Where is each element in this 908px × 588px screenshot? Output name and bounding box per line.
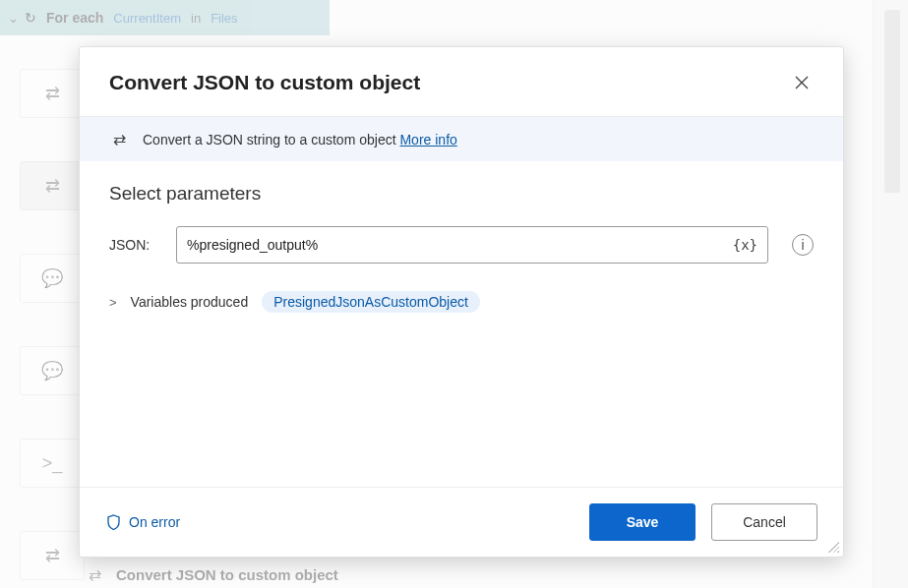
flow-actions-column: ⇄ ⇄ 💬 💬 >_ ⇄	[20, 69, 85, 580]
info-icon: i	[801, 237, 804, 253]
cancel-button[interactable]: Cancel	[711, 503, 817, 541]
flow-action-card[interactable]: ⇄	[20, 531, 85, 580]
variables-produced-row: > Variables produced PresignedJsonAsCust…	[109, 291, 814, 313]
flow-action-card[interactable]: ⇄	[20, 69, 85, 118]
close-button[interactable]	[788, 69, 816, 96]
resize-grip[interactable]	[825, 539, 839, 553]
flow-action-card[interactable]: 💬	[20, 254, 85, 303]
json-param-label: JSON:	[109, 237, 158, 253]
produced-variable-pill[interactable]: PresignedJsonAsCustomObject	[262, 291, 480, 313]
on-error-label: On error	[129, 514, 180, 530]
collapse-chevron-icon[interactable]: ⌄	[8, 11, 19, 26]
json-info-button[interactable]: i	[792, 234, 814, 256]
convert-icon: ⇄	[85, 564, 104, 584]
dialog-info-strip: ⇄ Convert a JSON string to a custom obje…	[80, 117, 843, 161]
param-row-json: JSON: {x} i	[109, 226, 814, 264]
bg-action-title-text: Convert JSON to custom object	[116, 566, 338, 583]
dialog-body: Select parameters JSON: {x} i > Variable…	[80, 161, 843, 487]
flow-action-card[interactable]: >_	[20, 439, 85, 488]
more-info-link[interactable]: More info	[399, 132, 456, 147]
dialog-header: Convert JSON to custom object	[80, 47, 843, 117]
foreach-label: For each	[46, 10, 103, 26]
foreach-item-token[interactable]: CurrentItem	[109, 11, 185, 26]
convert-json-dialog: Convert JSON to custom object ⇄ Convert …	[79, 46, 844, 558]
convert-icon: ⇄	[109, 130, 129, 148]
right-scrollbar[interactable]	[884, 10, 900, 193]
on-error-link[interactable]: On error	[105, 514, 180, 530]
dialog-footer: On error Save Cancel	[80, 487, 843, 557]
variables-expand-toggle[interactable]: >	[109, 295, 117, 310]
dialog-description: Convert a JSON string to a custom object	[143, 132, 396, 147]
flow-action-card[interactable]: 💬	[20, 346, 85, 395]
bg-action-title: ⇄ Convert JSON to custom object	[85, 564, 338, 584]
json-input-wrapper: {x}	[176, 226, 768, 264]
json-input[interactable]	[187, 237, 729, 253]
insert-variable-button[interactable]: {x}	[729, 235, 761, 255]
loop-icon: ↻	[25, 10, 36, 26]
flow-action-card[interactable]: ⇄	[20, 161, 85, 210]
shield-icon	[105, 514, 121, 530]
right-panel-gutter	[873, 0, 908, 588]
close-icon	[795, 76, 809, 89]
save-button[interactable]: Save	[589, 503, 696, 541]
foreach-header: ⌄ ↻ For each CurrentItem in Files	[0, 0, 330, 35]
section-title: Select parameters	[109, 183, 814, 205]
foreach-collection-token[interactable]: Files	[207, 11, 241, 26]
variables-produced-label: Variables produced	[131, 294, 249, 310]
dialog-footer-buttons: Save Cancel	[589, 503, 817, 541]
dialog-title: Convert JSON to custom object	[109, 71, 420, 94]
foreach-in-keyword: in	[191, 11, 201, 26]
